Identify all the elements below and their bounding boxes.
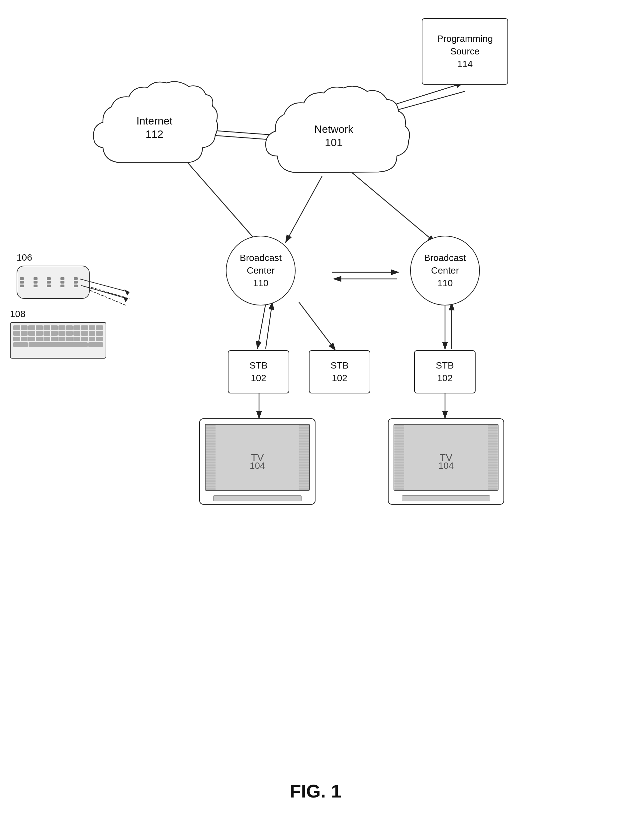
wireless-signal-svg [80,272,146,305]
stb1-id: 102 [251,372,266,384]
programming-source-label: Programming Source [422,33,507,58]
figure-label: FIG. 1 [216,780,415,802]
bc-left-id: 110 [253,277,269,289]
svg-text:Internet: Internet [136,115,173,127]
stb3-node: STB 102 [414,350,475,393]
svg-text:101: 101 [325,136,343,148]
tv1-container: TV 104 [193,418,322,521]
tv2-body: TV 104 [388,418,504,505]
stb1-node: STB 102 [228,350,289,393]
stb2-id: 102 [332,372,347,384]
remote-control [17,265,90,299]
stb3-label: STB [436,359,454,372]
stb1-label: STB [249,359,267,372]
stb3-id: 102 [437,372,453,384]
svg-line-13 [266,302,272,349]
svg-line-14 [299,302,335,350]
broadcast-center-right-node: BroadcastCenter 110 [410,236,480,305]
bc-left-label: BroadcastCenter [240,252,282,277]
internet-cloud-svg: Internet 112 [90,76,216,173]
svg-line-12 [257,304,266,349]
tv2-screen: TV 104 [393,424,499,491]
bc-right-label: BroadcastCenter [424,252,466,277]
svg-line-7 [286,176,322,242]
tv1-body: TV 104 [199,418,316,505]
keyboard-ref-label: 108 [10,309,25,319]
remote-ref-label: 106 [17,252,32,263]
diagram-container: Programming Source 114 Network 101 Inter… [0,0,630,840]
stb2-node: STB 102 [309,350,370,393]
svg-marker-28 [125,289,129,295]
svg-line-25 [80,279,129,292]
programming-source-id: 114 [457,58,473,70]
bc-right-id: 110 [437,277,453,289]
stb2-label: STB [330,359,348,372]
tv1-screen: TV 104 [205,424,310,491]
tv2-stand-bar [402,495,490,501]
broadcast-center-left-node: BroadcastCenter 110 [226,236,295,305]
network-cloud-svg: Network 101 [259,80,409,186]
tv2-container: TV 104 [381,418,511,521]
keyboard [10,322,106,358]
svg-marker-27 [123,296,128,302]
svg-line-26 [81,286,128,299]
programming-source-node: Programming Source 114 [422,18,508,85]
tv1-stand-bar [213,495,302,501]
svg-text:112: 112 [145,128,163,140]
svg-text:Network: Network [314,123,354,135]
